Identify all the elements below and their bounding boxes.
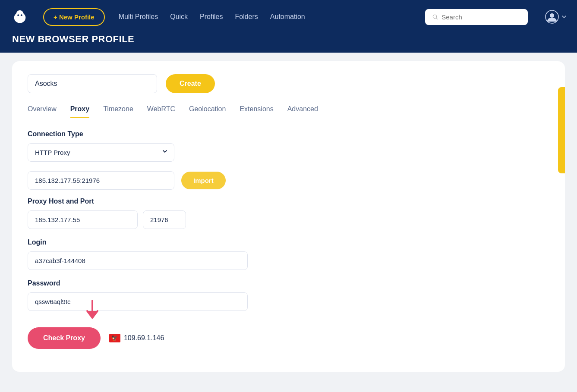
tab-webrtc[interactable]: WebRTC [147, 105, 175, 118]
tab-proxy[interactable]: Proxy [70, 105, 89, 118]
chevron-down-icon [561, 14, 567, 19]
svg-point-2 [17, 14, 19, 16]
tab-geolocation[interactable]: Geolocation [189, 105, 226, 118]
tabs-bar: Overview Proxy Timezone WebRTC Geolocati… [28, 105, 549, 118]
check-proxy-container: Check Proxy 109.69.1.146 [28, 320, 164, 349]
password-label: Password [28, 279, 549, 287]
ip-address: 109.69.1.146 [124, 334, 164, 342]
import-button[interactable]: Import [181, 172, 226, 189]
proxy-host-input[interactable] [28, 210, 138, 229]
host-port-row [28, 210, 549, 229]
connection-type-select[interactable]: HTTP Proxy SOCKS5 SOCKS4 No Proxy Custom [28, 143, 174, 162]
svg-point-3 [21, 14, 22, 16]
arrow-down-indicator [84, 300, 101, 322]
host-port-group: Proxy Host and Port [28, 198, 549, 229]
password-input[interactable] [28, 292, 248, 311]
profile-name-row: Create [28, 74, 549, 93]
tab-timezone[interactable]: Timezone [103, 105, 133, 118]
check-proxy-area: Check Proxy 109.69.1.146 [28, 327, 164, 349]
page-title-bar: NEW BROWSER PROFILE [0, 34, 577, 53]
search-input[interactable] [441, 13, 521, 21]
connection-type-label: Connection Type [28, 130, 549, 138]
nav-quick[interactable]: Quick [170, 13, 188, 21]
yellow-accent [558, 87, 565, 173]
new-profile-button[interactable]: + New Profile [43, 8, 105, 26]
tab-overview[interactable]: Overview [28, 105, 57, 118]
profile-name-input[interactable] [28, 74, 157, 93]
main-content: Create Overview Proxy Timezone WebRTC Ge… [0, 53, 577, 380]
login-input[interactable] [28, 251, 248, 270]
proxy-port-input[interactable] [143, 210, 186, 229]
create-button[interactable]: Create [166, 74, 215, 93]
nav-folders[interactable]: Folders [235, 13, 258, 21]
proxy-string-input[interactable] [28, 171, 174, 190]
search-box [425, 9, 528, 25]
login-label: Login [28, 238, 549, 246]
password-group: Password [28, 279, 549, 311]
form-card: Create Overview Proxy Timezone WebRTC Ge… [12, 61, 565, 372]
app-logo [10, 7, 29, 26]
connection-type-group: Connection Type HTTP Proxy SOCKS5 SOCKS4… [28, 130, 549, 162]
svg-point-1 [16, 10, 23, 19]
user-menu[interactable] [545, 10, 567, 24]
login-group: Login [28, 238, 549, 270]
nav-automation[interactable]: Automation [270, 13, 305, 21]
connection-type-select-wrapper: HTTP Proxy SOCKS5 SOCKS4 No Proxy Custom [28, 143, 174, 162]
user-avatar-icon [545, 10, 559, 24]
main-nav: Multi Profiles Quick Profiles Folders Au… [119, 13, 411, 21]
check-proxy-button[interactable]: Check Proxy [28, 327, 101, 349]
page-title: NEW BROWSER PROFILE [12, 34, 565, 45]
nav-profiles[interactable]: Profiles [200, 13, 223, 21]
host-port-label: Proxy Host and Port [28, 198, 549, 205]
country-flag [109, 334, 120, 342]
search-icon [432, 13, 438, 20]
tab-advanced[interactable]: Advanced [287, 105, 318, 118]
app-header: + New Profile Multi Profiles Quick Profi… [0, 0, 577, 34]
tab-extensions[interactable]: Extensions [240, 105, 273, 118]
proxy-import-row: Import [28, 171, 549, 190]
nav-multi-profiles[interactable]: Multi Profiles [119, 13, 158, 21]
svg-point-6 [550, 13, 554, 18]
flag-ip-display: 109.69.1.146 [109, 334, 164, 342]
